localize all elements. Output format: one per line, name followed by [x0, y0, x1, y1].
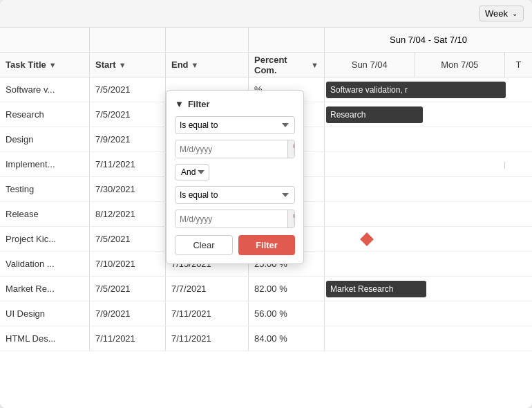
condition1-select[interactable]: Is equal to Is not equal to Is before Is… — [175, 116, 295, 134]
and-select[interactable]: And Or — [175, 164, 209, 180]
start-cell: 7/9/2021 — [90, 302, 166, 326]
day2-header: Mon 7/05 — [415, 53, 505, 77]
gantt-cell — [325, 302, 532, 326]
top-bar: Week ⌄ — [0, 0, 532, 28]
task-cell: UI Design — [0, 302, 90, 326]
task-cell: Design — [0, 127, 90, 151]
task-cell: Validation ... — [0, 252, 90, 276]
gantt-cell — [325, 252, 532, 276]
start-cell: 7/5/2021 — [90, 102, 166, 127]
condition2-select[interactable]: Is equal to Is not equal to Is before Is… — [175, 186, 295, 204]
task-cell: Software v... — [0, 77, 90, 102]
task-cell: Implement... — [0, 152, 90, 176]
end-cell: 7/11/2021 — [166, 302, 249, 326]
gantt-bar: Research — [326, 106, 423, 123]
filter-popup-header: ▼ Filter — [175, 99, 295, 109]
percent-filter-icon[interactable]: ▼ — [311, 61, 319, 69]
start-cell: 7/30/2021 — [90, 177, 166, 201]
gantt-cell: Software validation, r — [325, 77, 532, 102]
table-row: HTML Des... 7/11/2021 7/11/2021 84.00 % — [0, 326, 532, 351]
start-cell: 7/11/2021 — [90, 152, 166, 176]
date1-wrapper: 📅 — [175, 140, 295, 158]
gantt-cell — [325, 177, 532, 201]
start-cell: 7/11/2021 — [90, 326, 166, 351]
gantt-bar: Software validation, r — [326, 82, 506, 98]
percent-cell: 56.00 % — [249, 302, 325, 326]
gantt-cell: Research — [325, 102, 532, 127]
end-cell: 7/11/2021 — [166, 326, 249, 351]
start-cell: 8/12/2021 — [90, 202, 166, 226]
condition1-row: Is equal to Is not equal to Is before Is… — [175, 116, 295, 134]
task-title-header: Task Title ▼ — [0, 53, 90, 77]
condition2-row: Is equal to Is not equal to Is before Is… — [175, 186, 295, 204]
milestone-diamond — [360, 232, 374, 246]
date2-row: 📅 — [175, 210, 295, 228]
filter-button[interactable]: Filter — [238, 235, 295, 255]
start-cell: 7/5/2021 — [90, 227, 166, 251]
start-filter-icon[interactable]: ▼ — [119, 61, 126, 69]
table-row: Market Re... 7/5/2021 7/7/2021 82.00 % M… — [0, 277, 532, 302]
task-cell: HTML Des... — [0, 326, 90, 351]
date1-input[interactable] — [175, 141, 287, 158]
gantt-cell — [325, 202, 532, 226]
task-filter-icon[interactable]: ▼ — [49, 61, 57, 69]
percent-header: Percent Com. ▼ — [249, 53, 325, 77]
task-cell: Release — [0, 202, 90, 226]
filter-popup: ▼ Filter Is equal to Is not equal to Is … — [166, 90, 304, 264]
gantt-cell — [325, 152, 532, 176]
chevron-down-icon: ⌄ — [512, 10, 517, 17]
clear-button[interactable]: Clear — [175, 235, 233, 255]
end-cell: 7/7/2021 — [166, 277, 249, 301]
table-row: UI Design 7/9/2021 7/11/2021 56.00 % — [0, 302, 532, 326]
filter-popup-title: Filter — [188, 99, 210, 109]
end-header: End ▼ — [166, 53, 249, 77]
app-window: Week ⌄ Sun 7/04 - Sat 7/10 Task Title ▼ … — [0, 0, 532, 408]
gantt-cell — [325, 127, 532, 151]
date-range-header: Sun 7/04 - Sat 7/10 — [325, 28, 532, 52]
task-cell: Testing — [0, 177, 90, 201]
and-row: And Or — [175, 164, 295, 180]
day1-header: Sun 7/04 — [325, 53, 415, 77]
start-cell: 7/10/2021 — [90, 252, 166, 276]
calendar1-icon[interactable]: 📅 — [287, 140, 295, 158]
percent-cell: 82.00 % — [249, 277, 325, 301]
end-filter-icon[interactable]: ▼ — [191, 61, 199, 69]
filter-header-icon: ▼ — [175, 99, 184, 109]
task-cell: Research — [0, 102, 90, 127]
calendar2-icon[interactable]: 📅 — [287, 210, 295, 228]
date-range-text: Sun 7/04 - Sat 7/10 — [390, 35, 467, 45]
day3-header: T — [504, 53, 532, 77]
gantt-cell — [325, 227, 532, 251]
start-cell: 7/5/2021 — [90, 77, 166, 102]
task-cell: Market Re... — [0, 277, 90, 301]
start-cell: 7/9/2021 — [90, 127, 166, 151]
start-header: Start ▼ — [90, 53, 166, 77]
task-cell: Project Kic... — [0, 227, 90, 251]
gantt-bar-market-research: Market Research — [326, 281, 426, 297]
gantt-cell: Market Research — [325, 277, 532, 301]
date1-row: 📅 — [175, 140, 295, 158]
percent-cell: 84.00 % — [249, 326, 325, 351]
gantt-cell — [325, 326, 532, 351]
week-selector[interactable]: Week ⌄ — [479, 6, 524, 21]
date2-wrapper: 📅 — [175, 210, 295, 228]
week-label: Week — [485, 8, 508, 19]
start-cell: 7/5/2021 — [90, 277, 166, 301]
date2-input[interactable] — [175, 211, 287, 228]
filter-actions: Clear Filter — [175, 235, 295, 255]
